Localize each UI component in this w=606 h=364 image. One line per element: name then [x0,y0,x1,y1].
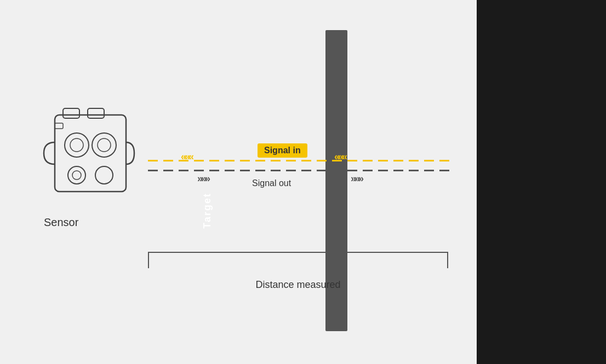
right-panel [477,0,606,364]
distance-line-vertical-left [148,252,149,268]
svg-point-4 [92,133,116,157]
distance-line-horizontal [148,252,448,253]
signal-out-label: Signal out [252,178,291,188]
signal-out-line [148,170,449,171]
svg-point-8 [95,166,113,184]
arrow-right-2: »»» [351,173,362,184]
main-area: Target Sensor [0,0,477,364]
svg-point-9 [72,171,81,180]
sensor-label: Sensor [44,216,78,229]
arrow-right-1: »»» [197,173,209,184]
svg-point-5 [70,138,83,152]
distance-bracket [148,252,448,279]
signal-in-line [148,160,449,161]
svg-rect-2 [88,108,104,118]
target-text: Target [202,193,213,229]
svg-rect-0 [55,115,126,192]
arrow-left-1: ««« [181,151,192,163]
svg-rect-10 [55,123,63,129]
arrow-left-2: ««« [334,151,346,163]
distance-label: Distance measured [148,279,448,291]
sensor-container [33,99,142,208]
target-label-container: Target [196,60,218,361]
sensor-icon [33,99,142,208]
distance-line-vertical-right [447,252,448,268]
svg-point-3 [65,133,89,157]
svg-point-6 [98,138,111,152]
signal-lines: ««« »»» Signal in Signal out ««« »»» [148,170,449,172]
svg-rect-1 [63,108,79,118]
signal-in-badge: Signal in [258,143,307,158]
svg-point-7 [68,166,85,184]
